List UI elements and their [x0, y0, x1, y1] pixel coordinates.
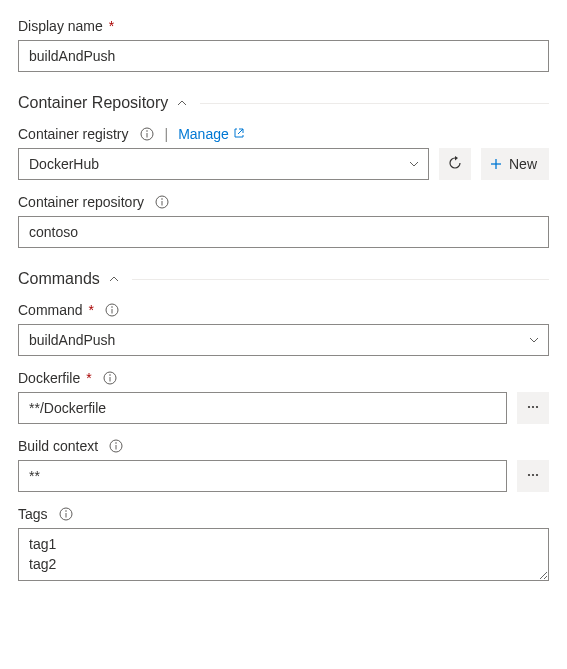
info-icon[interactable]	[154, 194, 170, 210]
container-registry-label-row: Container registry | Manage	[18, 126, 549, 142]
plus-icon	[489, 157, 503, 171]
info-icon[interactable]	[58, 506, 74, 522]
svg-point-17	[536, 405, 538, 407]
section-divider	[132, 279, 549, 280]
svg-point-7	[161, 198, 163, 200]
command-label: Command	[18, 302, 83, 318]
pipe-separator: |	[165, 126, 169, 142]
container-repository-input[interactable]	[18, 216, 549, 248]
svg-point-13	[109, 374, 111, 376]
svg-point-25	[65, 510, 67, 512]
command-value: buildAndPush	[29, 332, 115, 348]
chevron-down-icon	[408, 158, 420, 170]
info-icon[interactable]	[139, 126, 155, 142]
svg-point-1	[146, 130, 148, 132]
section-title: Commands	[18, 270, 100, 288]
command-dropdown[interactable]: buildAndPush	[18, 324, 549, 356]
display-name-label: Display name	[18, 18, 103, 34]
container-registry-dropdown[interactable]: DockerHub	[18, 148, 429, 180]
build-context-field: Build context	[18, 438, 549, 492]
svg-point-10	[111, 306, 113, 308]
browse-button[interactable]	[517, 460, 549, 492]
svg-point-16	[532, 405, 534, 407]
display-name-label-row: Display name *	[18, 18, 549, 34]
section-title: Container Repository	[18, 94, 168, 112]
required-asterisk: *	[109, 18, 114, 34]
svg-line-3	[238, 129, 243, 134]
tags-label-row: Tags	[18, 506, 549, 522]
container-registry-value: DockerHub	[29, 156, 99, 172]
required-asterisk: *	[86, 370, 91, 386]
dockerfile-controls	[18, 392, 549, 424]
tags-label: Tags	[18, 506, 48, 522]
external-link-icon	[233, 126, 245, 142]
chevron-down-icon	[528, 334, 540, 346]
tags-textarea[interactable]	[18, 528, 549, 581]
ellipsis-icon	[526, 468, 540, 485]
info-icon[interactable]	[104, 302, 120, 318]
build-context-label: Build context	[18, 438, 98, 454]
display-name-field: Display name *	[18, 18, 549, 72]
container-registry-controls: DockerHub New	[18, 148, 549, 180]
section-divider	[200, 103, 549, 104]
svg-point-15	[528, 405, 530, 407]
dockerfile-field: Dockerfile *	[18, 370, 549, 424]
chevron-up-icon	[108, 273, 120, 285]
section-header-container-repository[interactable]: Container Repository	[18, 94, 549, 112]
build-context-controls	[18, 460, 549, 492]
section-header-commands[interactable]: Commands	[18, 270, 549, 288]
build-context-label-row: Build context	[18, 438, 549, 454]
new-button-label: New	[509, 156, 537, 172]
manage-link-text: Manage	[178, 126, 229, 142]
ellipsis-icon	[526, 400, 540, 417]
container-repository-label-row: Container repository	[18, 194, 549, 210]
dockerfile-label-row: Dockerfile *	[18, 370, 549, 386]
svg-point-23	[536, 473, 538, 475]
container-repository-label: Container repository	[18, 194, 144, 210]
command-field: Command * buildAndPush	[18, 302, 549, 356]
refresh-icon	[447, 155, 463, 174]
browse-button[interactable]	[517, 392, 549, 424]
info-icon[interactable]	[108, 438, 124, 454]
required-asterisk: *	[89, 302, 94, 318]
display-name-input[interactable]	[18, 40, 549, 72]
dockerfile-input[interactable]	[18, 392, 507, 424]
build-context-input[interactable]	[18, 460, 507, 492]
container-registry-label: Container registry	[18, 126, 129, 142]
refresh-button[interactable]	[439, 148, 471, 180]
svg-point-19	[115, 442, 117, 444]
chevron-up-icon	[176, 97, 188, 109]
svg-point-22	[532, 473, 534, 475]
command-label-row: Command *	[18, 302, 549, 318]
info-icon[interactable]	[102, 370, 118, 386]
container-registry-field: Container registry | Manage DockerHub	[18, 126, 549, 180]
dockerfile-label: Dockerfile	[18, 370, 80, 386]
container-repository-field: Container repository	[18, 194, 549, 248]
manage-link[interactable]: Manage	[178, 126, 245, 142]
tags-field: Tags	[18, 506, 549, 584]
new-button[interactable]: New	[481, 148, 549, 180]
svg-point-21	[528, 473, 530, 475]
